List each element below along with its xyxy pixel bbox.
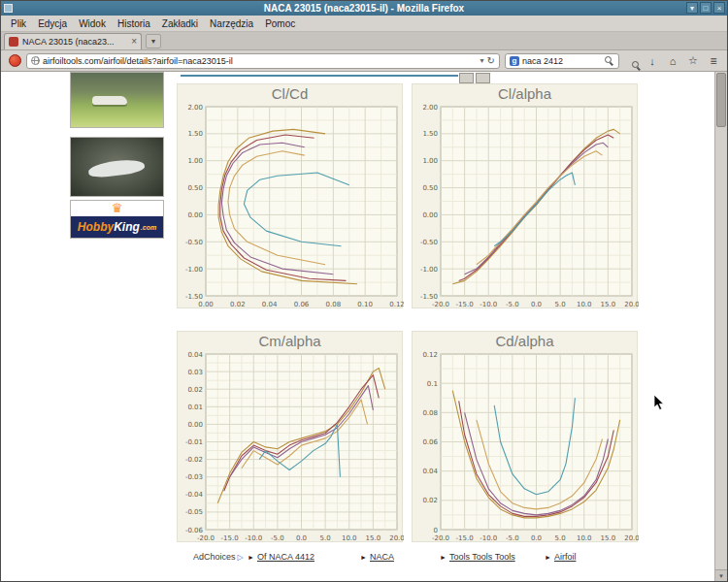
logo-king: King	[114, 220, 140, 234]
svg-text:15.0: 15.0	[601, 301, 616, 308]
svg-text:1.50: 1.50	[187, 130, 203, 138]
svg-text:-1.50: -1.50	[420, 293, 438, 301]
url-input[interactable]	[43, 56, 478, 66]
svg-text:5.0: 5.0	[320, 534, 331, 542]
logo-com: .com	[141, 224, 156, 231]
svg-text:20.0: 20.0	[624, 301, 639, 308]
ad-link-tools[interactable]: ►Tools Tools Tools	[440, 552, 515, 562]
svg-text:0.08: 0.08	[326, 301, 342, 308]
tab-close-icon[interactable]: ×	[131, 37, 137, 47]
reload-icon[interactable]: ↻	[487, 55, 495, 66]
svg-text:15.0: 15.0	[601, 534, 616, 542]
maximize-window-icon[interactable]: □	[700, 2, 711, 14]
svg-text:-0.05: -0.05	[185, 508, 203, 516]
sidebar-ad-image-aircraft-field[interactable]	[70, 72, 164, 128]
svg-text:2.00: 2.00	[422, 104, 438, 112]
svg-text:0.0: 0.0	[296, 534, 307, 542]
bookmark-star-icon[interactable]: ☆	[685, 54, 701, 67]
svg-text:0.04: 0.04	[187, 351, 203, 359]
svg-text:-15.0: -15.0	[456, 534, 474, 542]
svg-text:-1.00: -1.00	[420, 266, 438, 274]
downloads-icon[interactable]: ↓	[645, 55, 660, 67]
svg-text:0.00: 0.00	[187, 211, 203, 219]
menu-zakladki[interactable]: Zakładki	[156, 17, 204, 30]
logo-hobby: Hobby	[78, 220, 114, 234]
sidebar-ad-image-aircraft-white[interactable]	[70, 137, 164, 197]
page-content: ♛ HobbyKing.com Cl/Cd 0.000.020.040.060.…	[1, 72, 727, 581]
search-bar[interactable]: g	[505, 53, 619, 69]
menu-pomoc[interactable]: Pomoc	[259, 17, 301, 30]
menu-narzedzia[interactable]: Narzędzia	[204, 17, 259, 30]
svg-text:-0.01: -0.01	[185, 438, 203, 446]
svg-text:0.00: 0.00	[198, 301, 214, 308]
svg-text:0.01: 0.01	[187, 404, 203, 411]
hobbyking-logo[interactable]: ♛ HobbyKing.com	[70, 200, 164, 239]
mouse-cursor	[653, 394, 665, 411]
menu-icon[interactable]: ≡	[706, 54, 721, 68]
google-icon[interactable]: g	[510, 56, 519, 66]
hobbyking-logo-text: HobbyKing.com	[71, 216, 163, 238]
svg-text:10.0: 10.0	[342, 534, 357, 542]
home-icon[interactable]: ⌂	[665, 55, 680, 67]
svg-text:0.02: 0.02	[187, 386, 203, 394]
close-window-icon[interactable]: ×	[713, 2, 725, 14]
ad-link-naca[interactable]: ►NACA	[360, 552, 394, 562]
chart-canvas-cl-alpha: -20.0-15.0-10.0-5.00.05.010.015.020.0-1.…	[413, 104, 637, 313]
svg-text:0.06: 0.06	[422, 438, 438, 446]
chart-title-cl-cd: Cl/Cd	[178, 84, 402, 104]
chart-title-cd-alpha: Cd/alpha	[413, 332, 637, 351]
vertical-scrollbar[interactable]: ▼	[714, 72, 727, 581]
svg-text:0.10: 0.10	[357, 301, 373, 308]
menu-widok[interactable]: Widok	[73, 17, 112, 30]
scrollbar-down-arrow[interactable]: ▼	[715, 569, 727, 581]
globe-icon	[31, 56, 40, 65]
svg-text:0.1: 0.1	[427, 380, 438, 388]
page-stub-button-1[interactable]	[459, 73, 474, 83]
svg-text:-0.04: -0.04	[185, 491, 204, 499]
navigation-toolbar: ▾ ↻ g ↓ ⌂ ☆ ≡	[1, 50, 727, 72]
window-titlebar[interactable]: NACA 23015 (naca23015-il) - Mozilla Fire…	[1, 1, 727, 16]
window-title: NACA 23015 (naca23015-il) - Mozilla Fire…	[1, 1, 727, 16]
tab-naca-23015[interactable]: NACA 23015 (naca23... ×	[4, 33, 142, 49]
svg-text:0: 0	[434, 527, 438, 534]
svg-text:0.03: 0.03	[187, 369, 203, 376]
svg-text:0.0: 0.0	[531, 301, 542, 308]
svg-text:0.12: 0.12	[422, 351, 438, 359]
svg-text:2.00: 2.00	[187, 104, 203, 112]
search-input[interactable]	[522, 56, 602, 66]
page-stub-button-2[interactable]	[476, 73, 490, 83]
svg-text:0.04: 0.04	[262, 301, 278, 308]
chart-canvas-cl-cd: 0.000.020.040.060.080.100.12-1.50-1.00-0…	[178, 104, 402, 313]
scrollbar-thumb[interactable]	[716, 73, 726, 127]
red-circle-extension-button[interactable]	[9, 54, 21, 67]
svg-text:-0.03: -0.03	[185, 473, 203, 481]
shade-window-icon[interactable]: ▾	[686, 2, 698, 14]
svg-text:0.08: 0.08	[422, 409, 438, 417]
menu-plik[interactable]: Plik	[5, 17, 32, 30]
tab-title: NACA 23015 (naca23...	[22, 37, 127, 47]
menu-edycja[interactable]: Edycja	[32, 17, 73, 30]
svg-text:0.12: 0.12	[389, 301, 404, 308]
adchoices-link[interactable]: AdChoices▷	[193, 552, 244, 562]
svg-text:-1.00: -1.00	[185, 266, 203, 274]
svg-text:-10.0: -10.0	[480, 534, 497, 542]
window-menu-icon[interactable]	[4, 4, 13, 13]
svg-text:15.0: 15.0	[366, 534, 381, 542]
svg-text:0.50: 0.50	[187, 184, 203, 192]
url-dropdown-icon[interactable]: ▾	[480, 56, 484, 65]
chart-panel-cm-alpha: Cm/alpha -20.0-15.0-10.0-5.00.05.010.015…	[177, 331, 403, 542]
search-magnifier-icon[interactable]	[605, 56, 614, 66]
svg-text:0.00: 0.00	[422, 211, 438, 219]
page-top-divider	[181, 75, 458, 77]
list-tabs-button[interactable]: ▾	[146, 34, 161, 48]
menu-historia[interactable]: Historia	[112, 17, 156, 30]
svg-text:-1.50: -1.50	[185, 293, 203, 301]
svg-text:-0.02: -0.02	[185, 456, 203, 464]
ad-link-of-naca-4412[interactable]: ►Of NACA 4412	[248, 552, 314, 562]
ad-link-airfoil[interactable]: ►Airfoil	[545, 552, 576, 562]
crown-icon: ♛	[112, 201, 123, 215]
url-bar[interactable]: ▾ ↻	[26, 53, 500, 69]
svg-text:1.00: 1.00	[187, 157, 203, 165]
svg-text:10.0: 10.0	[577, 301, 592, 308]
svg-text:1.00: 1.00	[422, 157, 438, 165]
